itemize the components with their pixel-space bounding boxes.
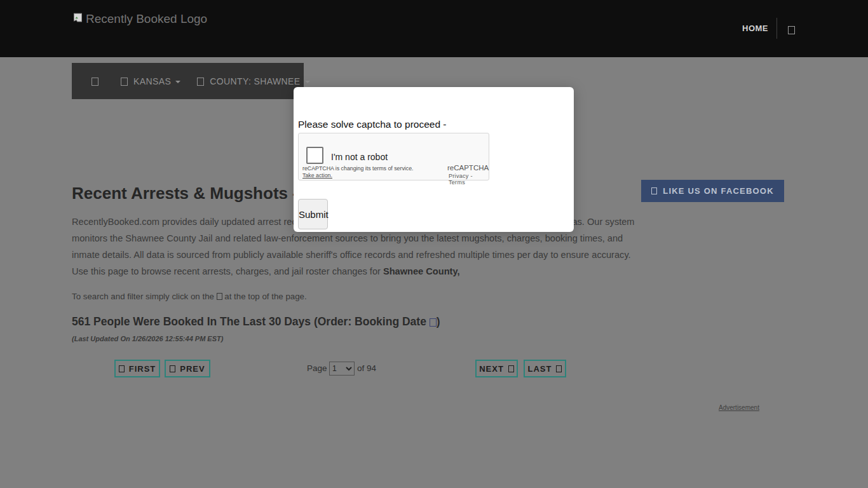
search-icon[interactable]	[788, 24, 795, 36]
chevron-down-icon	[305, 81, 310, 83]
facebook-icon	[651, 187, 657, 194]
missing-glyph-icon	[217, 293, 222, 300]
recaptcha-privacy-link[interactable]: Privacy	[449, 173, 469, 179]
recaptcha-widget: I'm not a robot reCAPTCHA is changing it…	[298, 133, 489, 180]
recaptcha-checkbox-label: I'm not a robot	[331, 152, 388, 162]
chevron-down-icon	[175, 81, 180, 83]
advertisement-link[interactable]: Advertisement	[719, 404, 759, 411]
facebook-like-button[interactable]: LIKE US ON FACEBOOK	[641, 180, 784, 202]
site-logo[interactable]: Recently Booked Logo	[72, 12, 207, 26]
page-label: Page	[307, 363, 327, 373]
missing-glyph-icon	[430, 318, 437, 327]
site-header: Recently Booked Logo HOME	[0, 0, 868, 57]
recaptcha-checkbox[interactable]	[306, 147, 323, 164]
recaptcha-brand: reCAPTCHA	[447, 164, 489, 172]
header-divider	[776, 18, 777, 39]
missing-glyph-icon	[197, 78, 204, 86]
county-navbar: KANSAS COUNTY: SHAWNEE	[72, 63, 304, 99]
county-name-bold: Shawnee County,	[383, 266, 460, 276]
last-page-button[interactable]: LAST	[524, 360, 566, 377]
broken-image-icon	[72, 12, 84, 26]
captcha-prompt: Please solve captcha to proceed -	[298, 119, 447, 130]
nav-home-icon-item[interactable]	[92, 76, 104, 86]
first-page-button[interactable]: FIRST	[114, 360, 160, 377]
recaptcha-notice: reCAPTCHA is changing its terms of servi…	[302, 165, 414, 172]
missing-glyph-icon	[119, 365, 125, 372]
intro-line: inmate details. All data is sourced from…	[72, 247, 635, 263]
captcha-modal: Please solve captcha to proceed - I'm no…	[294, 87, 574, 232]
missing-glyph-icon	[170, 365, 175, 372]
missing-glyph-icon	[121, 78, 128, 86]
missing-glyph-icon	[508, 365, 514, 372]
last-updated-text: (Last Updated On 1/26/2026 12:55:44 PM E…	[72, 335, 223, 342]
search-hint: To search and filter simply click on the…	[72, 292, 307, 301]
recaptcha-privacy-terms: Privacy - Terms	[449, 173, 489, 186]
intro-line: monitors the Shawnee County Jail and rel…	[72, 230, 635, 247]
home-link[interactable]: HOME	[742, 24, 768, 33]
intro-line: Use this page to browse recent arrests, …	[72, 263, 635, 280]
page-count-label: of 94	[357, 363, 376, 373]
page-select[interactable]: 1	[329, 362, 355, 376]
missing-glyph-icon	[788, 26, 795, 34]
sort-order-link[interactable]	[430, 315, 437, 328]
nav-state-dropdown[interactable]: KANSAS	[121, 76, 180, 86]
nav-county-dropdown[interactable]: COUNTY: SHAWNEE	[197, 76, 309, 86]
captcha-submit-button[interactable]: Submit	[298, 199, 328, 229]
recaptcha-take-action-link[interactable]: Take action.	[302, 172, 332, 179]
missing-glyph-icon	[92, 78, 98, 86]
missing-glyph-icon	[556, 365, 562, 372]
prev-page-button[interactable]: PREV	[165, 360, 210, 377]
next-page-button[interactable]: NEXT	[475, 360, 518, 377]
recaptcha-terms-link[interactable]: Terms	[449, 179, 465, 186]
logo-alt-text: Recently Booked Logo	[86, 12, 207, 26]
booked-count-heading: 561 People Were Booked In The Last 30 Da…	[72, 315, 440, 329]
